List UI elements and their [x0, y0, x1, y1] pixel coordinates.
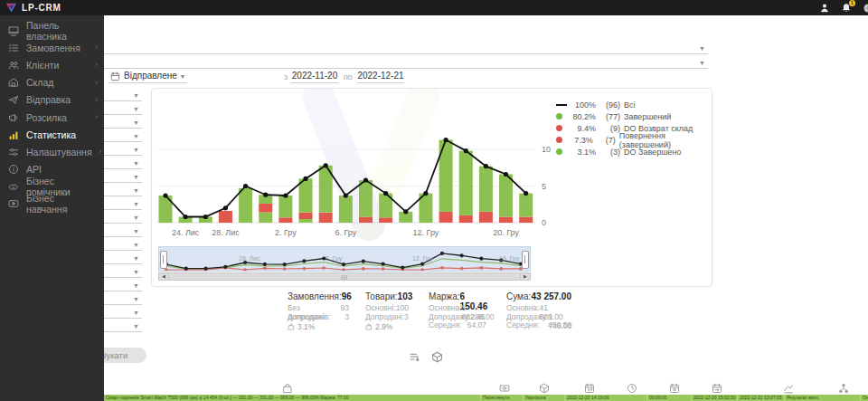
svg-text:20. Гру: 20. Гру — [493, 228, 519, 237]
legend-item-1[interactable]: 100%(96)Всі — [556, 99, 712, 110]
table-row[interactable]: Смарт-годинник Smart Watch T500 (999 грн… — [104, 395, 868, 401]
range-selector[interactable]: 28. Лис5. Гру12. Гру19. Гру — [158, 246, 531, 272]
brand-logo[interactable]: LP-CRM — [5, 2, 61, 14]
summary-sub-value: 5 862.46 — [462, 303, 486, 312]
legend-marker-icon — [556, 137, 568, 143]
chevron-down-icon: ▼ — [133, 255, 139, 262]
scrollbar-grip-icon[interactable]: ||| — [341, 274, 348, 280]
trend-icon[interactable] — [783, 383, 794, 394]
summary-sub-label: Основні: — [365, 303, 396, 312]
legend-item-2[interactable]: 80.2%(77)Завершений — [556, 110, 712, 122]
chevron-down-icon: ▼ — [133, 228, 139, 234]
legend-count: (7) — [596, 136, 616, 145]
range-selector-chart — [159, 247, 530, 271]
table-cell: 2022-12-20 15:02:30 — [692, 395, 738, 401]
range-handle-right[interactable] — [522, 251, 529, 269]
stats-icon — [8, 129, 19, 140]
package-icon[interactable] — [539, 383, 550, 394]
svg-text:6. Гру: 6. Гру — [335, 228, 356, 237]
sidebar-item-4[interactable]: Склад› — [0, 74, 104, 91]
notifications-bell-icon[interactable]: 1 — [841, 3, 852, 14]
summary-title: Замовлення: — [288, 291, 342, 303]
clock-icon[interactable] — [627, 383, 637, 394]
chevron-down-icon: ▼ — [133, 160, 139, 167]
sidebar-item-11[interactable]: Бізнес навчання — [0, 196, 104, 213]
package-icon[interactable] — [431, 351, 443, 363]
profile-icon[interactable] — [819, 3, 830, 14]
clients-icon — [8, 60, 19, 71]
statistics-chart-card: 051024. Лис28. Лис2. Гру6. Гру12. Гру20.… — [151, 88, 712, 287]
sidebar-item-7[interactable]: Статистика — [0, 126, 104, 143]
mailing-icon — [8, 112, 19, 123]
date-to-word: по — [344, 72, 353, 81]
sidebar-item-label: Статистика — [26, 129, 76, 140]
sidebar-item-label: Панель власника — [26, 20, 98, 42]
date-from-value: 2022-11-20 — [292, 71, 337, 81]
chevron-down-icon: ▼ — [699, 60, 705, 66]
summary-group-1: Замовлення:96Без допродажів:93Допродані:… — [288, 291, 349, 331]
calendar-arrow-icon[interactable] — [712, 383, 722, 394]
chevron-down-icon: ▼ — [699, 45, 705, 52]
settings-icon — [8, 147, 19, 158]
summary-group-2: Товари:103Основні:100Допродані:32.9% — [365, 291, 407, 331]
summary-sub-value: 41 509.00 — [540, 303, 571, 312]
chevron-down-icon: ▼ — [133, 133, 139, 139]
hierarchy-icon[interactable] — [838, 383, 849, 394]
summary-sub-label: Основна: — [429, 303, 462, 312]
chevron-down-icon: ▼ — [133, 296, 139, 302]
summary-percent: 2.9% — [375, 322, 392, 331]
chevron-down-icon: ▼ — [133, 92, 139, 99]
summary-sub-label: Без допродажів: — [288, 303, 341, 312]
filter-select-top-2[interactable]: ▼ — [90, 55, 708, 69]
range-handle-left[interactable] — [160, 251, 167, 269]
app-window: LP-CRM 1 ▼ ▼ ▼▼▼▼▼▼▼▼▼▼▼▼▼▼▼▼▼▼ Шукати В… — [0, 0, 868, 401]
filter-select-top-1[interactable]: ▼ — [90, 41, 708, 54]
legend-label: Завершений — [624, 112, 671, 121]
sidebar-nav: Панель власникаЗамовлення›Клієнти›Склад›… — [0, 15, 104, 401]
summary-value: 43 257.00 — [532, 291, 572, 303]
legend-label: Всі — [624, 100, 636, 110]
mini-axis-label: 5. Гру — [326, 255, 343, 262]
chart-scrollbar[interactable]: ◀ ▶ ||| — [158, 272, 531, 281]
sidebar-item-5[interactable]: Відправка› — [0, 91, 104, 109]
scroll-left-icon[interactable]: ◀ — [159, 273, 169, 280]
summary-sub-value: 100 — [396, 303, 409, 312]
sidebar-item-label: Склад — [26, 77, 53, 88]
summary-sub-value: 3 — [404, 312, 409, 321]
summary-sub-label: Допродані: — [365, 312, 404, 321]
summary-value: 103 — [398, 291, 413, 303]
sidebar-item-1[interactable]: Панель власника — [0, 22, 104, 39]
summary-sub-label: Допродажу: — [506, 312, 549, 321]
sidebar-item-2[interactable]: Замовлення› — [0, 39, 104, 56]
legend-item-4[interactable]: 7.3%(7)Повернення (завершений) — [556, 134, 712, 146]
language-icon[interactable] — [863, 3, 868, 14]
calendar-number-icon[interactable] — [584, 383, 595, 394]
scroll-right-icon[interactable]: ▶ — [520, 273, 530, 280]
legend-percent: 7.3% — [568, 136, 593, 145]
summary-sub-value: 288.00 — [471, 312, 495, 321]
sidebar-item-label: Налаштування — [26, 147, 92, 158]
summary-title: Маржа: — [429, 291, 460, 303]
orders-icon — [8, 43, 19, 53]
calendar-circle-icon[interactable] — [669, 383, 680, 394]
legend-count: (3) — [599, 148, 620, 157]
date-type-select[interactable]: Відправлене ▼ — [108, 71, 187, 83]
date-from-word: з — [284, 72, 288, 81]
legend-marker-icon — [556, 113, 569, 119]
banknote-icon[interactable] — [499, 383, 510, 394]
mini-axis-label: 12. Гру — [412, 255, 432, 262]
orders-chart[interactable]: 051024. Лис28. Лис2. Гру6. Гру12. Гру20.… — [156, 91, 562, 241]
bag-icon[interactable] — [282, 383, 293, 394]
legend-percent: 100% — [569, 100, 596, 110]
date-to-input[interactable]: 2022-12-21 — [357, 71, 404, 83]
sidebar-item-3[interactable]: Клієнти› — [0, 56, 104, 73]
date-from-input[interactable]: 2022-11-20 — [291, 71, 338, 83]
list-sort-icon[interactable] — [409, 351, 420, 363]
chevron-down-icon: ▼ — [133, 323, 139, 329]
chevron-down-icon: ▼ — [133, 282, 139, 289]
summary-sub-label: Середня: — [506, 320, 540, 329]
summary-group-4: Сума:43 257.00Основна:41 509.00Допродажу… — [506, 291, 571, 329]
sidebar-item-6[interactable]: Розсилка› — [0, 109, 104, 126]
chevron-down-icon: ▼ — [133, 242, 139, 248]
sidebar-item-8[interactable]: Налаштування› — [0, 143, 104, 160]
